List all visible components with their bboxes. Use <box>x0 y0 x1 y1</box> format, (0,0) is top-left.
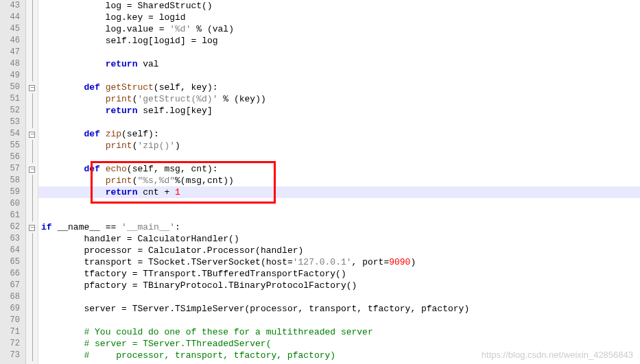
fold-cell[interactable] <box>26 268 38 280</box>
fold-cell[interactable] <box>26 128 38 140</box>
code-line[interactable]: processor = Calculator.Processor(handler… <box>38 245 640 256</box>
token-str: 'getStruct(%d)' <box>137 94 217 104</box>
fold-cell[interactable] <box>26 12 38 23</box>
watermark-text: https://blog.csdn.net/weixin_42856843 <box>482 350 633 360</box>
code-line[interactable]: log = SharedStruct() <box>38 0 640 12</box>
fold-cell[interactable] <box>26 0 38 12</box>
code-line[interactable]: # You could do one of these for a multit… <box>38 326 640 338</box>
token-op: ) <box>228 24 234 34</box>
token-op: () <box>335 269 346 279</box>
token-op: ] <box>180 36 186 46</box>
line-number: 70 <box>0 315 20 326</box>
token-comment: # server = TServer.TThreadedServer( <box>84 339 271 349</box>
token-self-kw: self <box>143 106 164 116</box>
code-line[interactable]: print('zip()') <box>38 140 640 151</box>
token-num: 1 <box>175 187 180 197</box>
token-plain: log <box>196 36 217 46</box>
fold-cell[interactable] <box>26 58 38 70</box>
fold-cell[interactable] <box>26 221 38 233</box>
token-plain <box>41 129 84 139</box>
line-number: 43 <box>0 0 20 12</box>
token-plain: tfactory <box>362 304 410 314</box>
fold-cell[interactable] <box>26 256 38 268</box>
code-line[interactable] <box>38 315 640 326</box>
code-line[interactable]: return cnt + 1 <box>38 186 640 198</box>
fold-collapse-icon[interactable] <box>29 132 35 138</box>
token-op: ) <box>207 82 213 93</box>
code-line[interactable]: tfactory = TTransport.TBufferedTransport… <box>38 268 640 280</box>
fold-cell[interactable] <box>26 82 38 93</box>
fold-cell[interactable] <box>26 280 38 291</box>
token-op: , <box>154 164 159 174</box>
line-number: 52 <box>0 105 20 117</box>
code-line[interactable]: self.log[logid] = log <box>38 35 640 47</box>
fold-cell[interactable] <box>26 245 38 256</box>
code-line[interactable]: server = TServer.TSimpleServer(processor… <box>38 303 640 315</box>
fold-cell[interactable] <box>26 105 38 117</box>
token-op: ) <box>464 304 469 314</box>
code-line[interactable]: if __name__ == '__main__': <box>38 221 640 233</box>
code-line[interactable]: pfactory = TBinaryProtocol.TBinaryProtoc… <box>38 280 640 291</box>
fold-cell[interactable] <box>26 70 38 82</box>
fold-collapse-icon[interactable] <box>29 85 35 91</box>
code-line[interactable]: # server = TServer.TThreadedServer( <box>38 338 640 350</box>
line-number: 49 <box>0 70 20 82</box>
token-op: , <box>357 304 362 314</box>
token-plain: pfactory <box>416 304 464 314</box>
token-str: '%d' <box>169 24 191 34</box>
code-line[interactable]: print('getStruct(%d)' % (key)) <box>38 93 640 105</box>
token-plain: .log <box>164 106 185 116</box>
token-op: ( <box>127 164 132 174</box>
fold-cell[interactable] <box>26 326 38 338</box>
fold-cell[interactable] <box>26 210 38 221</box>
code-line[interactable] <box>38 210 640 221</box>
line-number: 73 <box>0 350 20 361</box>
fold-collapse-icon[interactable] <box>29 225 35 231</box>
code-line[interactable]: return val <box>38 58 640 70</box>
token-kw-def: def <box>84 82 99 93</box>
token-plain <box>41 187 106 197</box>
fold-cell[interactable] <box>26 233 38 245</box>
fold-cell[interactable] <box>26 117 38 128</box>
code-line[interactable] <box>38 198 640 210</box>
code-line[interactable] <box>38 47 640 58</box>
code-line[interactable]: handler = CalculatorHandler() <box>38 233 640 245</box>
line-number: 58 <box>0 175 20 186</box>
fold-cell[interactable] <box>26 315 38 326</box>
code-editor[interactable]: 4344454647484950515253545556575859606162… <box>0 0 640 364</box>
fold-cell[interactable] <box>26 338 38 350</box>
code-line[interactable]: def getStruct(self, key): <box>38 82 640 93</box>
code-line[interactable]: transport = TSocket.TServerSocket(host='… <box>38 256 640 268</box>
code-line[interactable] <box>38 70 640 82</box>
fold-cell[interactable] <box>26 163 38 175</box>
fold-cell[interactable] <box>26 47 38 58</box>
code-line[interactable] <box>38 151 640 163</box>
token-op: : <box>213 82 218 93</box>
code-area[interactable]: log = SharedStruct() log.key = logid log… <box>38 0 640 364</box>
fold-cell[interactable] <box>26 93 38 105</box>
code-line[interactable] <box>38 117 640 128</box>
code-line[interactable]: log.key = logid <box>38 12 640 23</box>
fold-cell[interactable] <box>26 186 38 198</box>
token-plain: msg <box>186 175 202 186</box>
token-plain <box>100 129 106 139</box>
code-line[interactable]: print("%s,%d"%(msg,cnt)) <box>38 175 640 186</box>
fold-cell[interactable] <box>26 151 38 163</box>
fold-cell[interactable] <box>26 140 38 151</box>
fold-cell[interactable] <box>26 175 38 186</box>
token-builtin: print <box>106 175 132 186</box>
code-line[interactable]: return self.log[key] <box>38 105 640 117</box>
fold-cell[interactable] <box>26 35 38 47</box>
fold-collapse-icon[interactable] <box>29 167 35 173</box>
fold-cell[interactable] <box>26 350 38 361</box>
code-line[interactable]: def zip(self): <box>38 128 640 140</box>
fold-cell[interactable] <box>26 291 38 303</box>
fold-cell[interactable] <box>26 23 38 35</box>
code-line[interactable]: def echo(self, msg, cnt): <box>38 163 640 175</box>
fold-cell[interactable] <box>26 303 38 315</box>
fold-cell[interactable] <box>26 198 38 210</box>
code-line[interactable] <box>38 291 640 303</box>
code-line[interactable]: log.value = '%d' % (val) <box>38 23 640 35</box>
fold-gutter[interactable] <box>26 0 38 364</box>
line-number: 63 <box>0 233 20 245</box>
